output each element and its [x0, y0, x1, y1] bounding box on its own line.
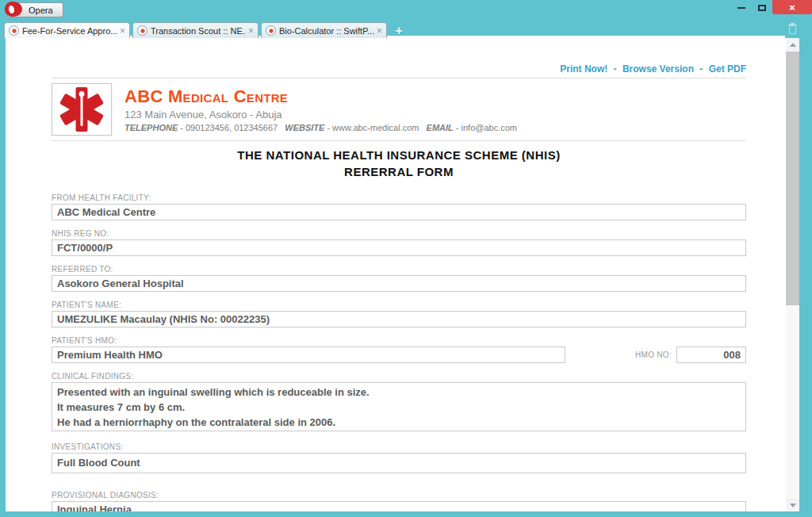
new-tab-button[interactable]: + [389, 24, 408, 37]
tab-fee-for-service[interactable]: Fee-For-Service Appro... × [4, 22, 130, 38]
maximize-button[interactable] [752, 2, 772, 14]
tab-label: Bio-Calculator :: SwiftP... [279, 26, 374, 36]
form-title-line2: RERERRAL FORM [52, 165, 746, 178]
tab-close-icon[interactable]: × [248, 26, 254, 36]
patient-hmo-label: PATIENT'S HMO: [52, 336, 565, 345]
field-from-facility: FROM HEALTH FACILITY: ABC Medical Centre [52, 193, 746, 220]
field-hmo-no: HMO NO: 008 [635, 347, 746, 363]
clinic-logo [52, 83, 112, 136]
field-patient-hmo-row: PATIENT'S HMO: Premium Health HMO HMO NO… [52, 336, 746, 363]
tab-bar: Fee-For-Service Appro... × Transaction S… [0, 21, 812, 38]
opera-menu-button[interactable]: Opera [7, 2, 63, 17]
field-nhis-reg-no: NHIS REG NO: FCT/0000/P [52, 229, 746, 256]
get-pdf-link[interactable]: Get PDF [709, 63, 746, 75]
hmo-no-label: HMO NO: [635, 350, 672, 359]
close-window-button[interactable]: × [772, 0, 812, 14]
provisional-diagnosis-label: PROVISIONAL DIAGNOSIS: [52, 491, 746, 500]
investigations-label: INVESTIGATIONS: [52, 442, 746, 451]
close-icon: × [789, 2, 795, 13]
maximize-icon [758, 5, 766, 11]
opera-menu-label: Opera [29, 6, 53, 15]
tab-transaction-scout[interactable]: Transaction Scout :: NE... × [132, 22, 259, 38]
tab-close-icon[interactable]: × [120, 26, 125, 36]
nhis-reg-no-label: NHIS REG NO: [52, 229, 746, 238]
minimize-button[interactable] [731, 2, 752, 14]
print-now-link[interactable]: Print Now! [560, 63, 607, 75]
minimize-icon [737, 7, 745, 9]
scroll-up-icon [790, 43, 796, 47]
investigations-input[interactable]: Full Blood Count [52, 453, 746, 473]
email-value: - info@abc.com [456, 123, 517, 132]
provisional-diagnosis-input[interactable]: Inguinal Hernia [52, 501, 746, 511]
from-facility-label: FROM HEALTH FACILITY: [52, 193, 746, 202]
scroll-thumb[interactable] [786, 52, 799, 305]
clinical-findings-label: CLINICAL FINDINGS: [52, 372, 746, 381]
form-title-line1: THE NATIONAL HEALTH INSURANCE SCHEME (NH… [52, 148, 746, 162]
title-bar: Opera × [0, 0, 812, 21]
form-title: THE NATIONAL HEALTH INSURANCE SCHEME (NH… [52, 148, 746, 178]
field-referred-to: REFERRED TO: Asokoro General Hospital [52, 265, 746, 292]
clinic-info: ABC Medical Centre 123 Main Avenue, Asok… [124, 86, 522, 132]
tab-favicon-icon [9, 25, 19, 36]
star-of-life-icon [59, 87, 104, 132]
clinic-name: ABC Medical Centre [124, 86, 522, 107]
tab-favicon-icon [137, 25, 147, 36]
field-patient-name: PATIENT'S NAME: UMEZULIKE Macaulay (NHIS… [52, 301, 746, 327]
patient-hmo-input[interactable]: Premium Health HMO [52, 347, 565, 363]
tab-bio-calculator[interactable]: Bio-Calculator :: SwiftP... × [261, 22, 387, 38]
closed-tabs-trash-icon[interactable] [787, 23, 799, 35]
patient-name-label: PATIENT'S NAME: [52, 301, 746, 309]
opera-logo-icon [5, 2, 22, 17]
window-controls: × [731, 0, 812, 14]
clinic-header: ABC Medical Centre 123 Main Avenue, Asok… [52, 78, 746, 141]
action-links: Print Now! - Browse Version - Get PDF [52, 63, 746, 75]
tab-favicon-icon [266, 25, 276, 36]
telephone-value: - 090123456, 012345667 [180, 123, 278, 132]
field-clinical-findings: CLINICAL FINDINGS: Presented with an ing… [52, 372, 746, 431]
field-patient-hmo: PATIENT'S HMO: Premium Health HMO [52, 336, 565, 363]
telephone-label: TELEPHONE [124, 123, 178, 132]
website-value: - www.abc-medical.com [327, 123, 419, 132]
referred-to-input[interactable]: Asokoro General Hospital [52, 275, 746, 292]
tab-label: Fee-For-Service Appro... [22, 26, 117, 36]
link-separator: - [614, 63, 617, 75]
scrollbar[interactable] [786, 38, 799, 511]
email-label: EMAIL [427, 123, 454, 132]
website-label: WEBSITE [285, 123, 324, 132]
hmo-no-input[interactable]: 008 [676, 347, 746, 363]
page-content: Print Now! - Browse Version - Get PDF AB… [6, 38, 786, 511]
scroll-up-button[interactable] [786, 38, 799, 51]
field-provisional-diagnosis: PROVISIONAL DIAGNOSIS: Inguinal Hernia [52, 491, 746, 511]
referred-to-label: REFERRED TO: [52, 265, 746, 274]
patient-name-input[interactable]: UMEZULIKE Macaulay (NHIS No: 00022235) [52, 311, 746, 327]
tab-label: Transaction Scout :: NE... [151, 26, 246, 36]
tab-strip: Fee-For-Service Appro... × Transaction S… [4, 22, 408, 38]
browse-version-link[interactable]: Browse Version [622, 63, 694, 75]
clinic-contact: TELEPHONE- 090123456, 012345667 WEBSITE-… [124, 123, 522, 132]
field-investigations: INVESTIGATIONS: Full Blood Count [52, 442, 746, 473]
clinic-address: 123 Main Avenue, Asokoro - Abuja [124, 109, 522, 121]
tab-close-icon[interactable]: × [377, 26, 382, 36]
from-facility-input[interactable]: ABC Medical Centre [52, 204, 746, 220]
link-separator: - [699, 63, 703, 75]
clinical-findings-textarea[interactable]: Presented with an inguinal swelling whic… [52, 382, 746, 431]
scroll-down-button[interactable] [786, 499, 799, 511]
nhis-reg-no-input[interactable]: FCT/0000/P [52, 239, 746, 256]
scroll-down-icon [790, 504, 796, 507]
